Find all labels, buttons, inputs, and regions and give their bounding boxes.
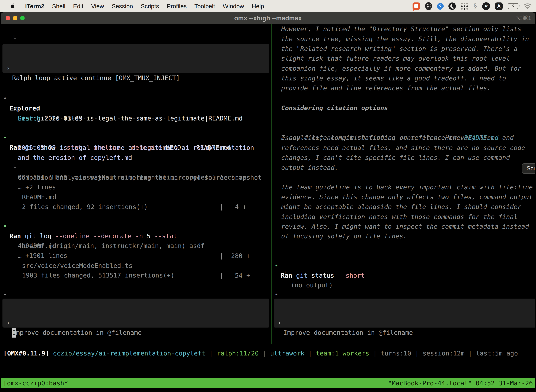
bolt-icon[interactable]: [436, 2, 444, 10]
git-show-output: companion analysis without altering the …: [1, 163, 272, 173]
reasoning-line: However, I noticed the "Directory Struct…: [272, 24, 535, 34]
menu-item-session[interactable]: Session: [112, 3, 133, 10]
chat-icon[interactable]: [412, 2, 420, 10]
explored-item: Search 2026-03-09-is-legal-the-same-as-l…: [1, 104, 272, 113]
terminal-content: └ No agents completed yet › Ralph loop a…: [1, 24, 535, 391]
iterm2-window: omx --xhigh --madmax ⌥⌘1 └ No agents com…: [1, 12, 535, 391]
omx-status-bar: [OMX#0.11.9] cczip/essay/ai-reimplementa…: [3, 348, 535, 358]
window-title: omx --xhigh --madmax: [1, 12, 535, 24]
command-input-box[interactable]: › Improve documentation in @filename: [2, 299, 269, 327]
pane-left[interactable]: └ No agents completed yet › Ralph loop a…: [1, 24, 272, 344]
git-status-command: • Ran git status --short: [272, 251, 535, 261]
pane-divider-bottom-right: [272, 344, 535, 344]
menu-item-iterm2[interactable]: iTerm2: [25, 3, 44, 10]
pane-divider-bottom-left: [1, 344, 272, 344]
menu-status-icons: § ..61 A: [412, 2, 531, 10]
menu-item-shell[interactable]: Shell: [52, 3, 65, 10]
reasoning-line: might be acceptable alongside the file l…: [272, 202, 535, 212]
tmux-session-window: [omx-cczip0:bash*: [3, 379, 68, 387]
git-log-stat-row: src/voice/voiceModeEnabled.ts | 54 +: [1, 251, 272, 261]
pane-divider-vertical[interactable]: [272, 24, 272, 344]
reasoning-line: The team guideline is to back every impo…: [272, 182, 535, 192]
omx-worktree-path: cczip/essay/ai-reimplementation-copyleft: [49, 350, 206, 357]
prompt-arrow: ›: [6, 318, 10, 328]
omx-turns: turns:10: [381, 350, 411, 357]
reasoning-line: provide file and line references from th…: [272, 83, 535, 93]
menu-item-edit[interactable]: Edit: [73, 3, 84, 10]
model-status-line: gpt-5.4 xhigh · main · 91% left · 2.31M …: [1, 333, 272, 343]
git-log-command: • Ran git log --oneline --decorate -n 5 …: [1, 211, 272, 221]
reasoning-line: changes, I can't cite specific file line…: [272, 153, 535, 163]
prompt-arrow: ›: [278, 318, 281, 328]
reasoning-line: of focusing solely on file lines.: [272, 231, 535, 241]
tree-corner-icon: └: [283, 271, 287, 280]
git-show-output: └ 067f154 (HEAD -> essay/ai-reimplementa…: [1, 153, 272, 163]
working-status-line: • Working (11m 13s • esc to interrupt) ·…: [1, 280, 272, 290]
title-bar[interactable]: omx --xhigh --madmax ⌥⌘1: [1, 12, 535, 24]
reasoning-line: including verification notes with those …: [272, 212, 535, 222]
tree-corner-icon: └: [12, 34, 16, 44]
reasoning-line: the "Related research writing" section i…: [272, 44, 535, 54]
omx-session-time: session:12m: [423, 350, 464, 357]
git-log-output: 1903 files changed, 513517 insertions(+): [1, 261, 272, 271]
window-shortcut-badge: ⌥⌘1: [515, 12, 531, 24]
prompt-arrow: ›: [6, 63, 10, 73]
inject-prompt-box[interactable]: › Ralph loop active continue [OMX_TMUX_I…: [2, 44, 269, 73]
model-status-line: gpt-5.4 xhigh · 96% left · 520K in · 5.8…: [272, 333, 535, 343]
git-show-stat-row: README.md | 4 +: [1, 182, 272, 192]
omx-version: [OMX#0.11.9]: [3, 350, 49, 357]
menu-items: iTerm2 Shell Edit View Session Scripts P…: [17, 3, 264, 10]
omx-last-activity: last:5m ago: [476, 350, 518, 357]
inject-text: Ralph loop active continue [OMX_TMUX_INJ…: [12, 73, 180, 83]
reasoning-line: references need actual files, and since …: [272, 143, 535, 153]
reasoning-line: I could cite commit statistics or refere…: [272, 123, 535, 133]
bullet-icon: •: [274, 290, 278, 300]
wifi-icon[interactable]: [524, 3, 531, 9]
reasoning-line: evidence. Since this change only affects…: [272, 192, 535, 202]
screen-overlay-label: Scre: [526, 165, 535, 172]
tmux-status-bar: [omx-cczip0:bash* "MacBook-Pro-44.local"…: [1, 378, 535, 388]
reasoning-line: slight risk that future readers may over…: [272, 54, 535, 63]
desktop: iTerm2 Shell Edit View Session Scripts P…: [0, 0, 536, 392]
explored-header: • Explored: [1, 84, 272, 93]
menu-item-window[interactable]: Window: [223, 3, 244, 10]
battery-charging-icon[interactable]: [508, 3, 518, 9]
menu-item-profiles[interactable]: Profiles: [167, 3, 187, 10]
omx-ralph-counter: ralph:11/20: [217, 350, 259, 357]
omx-team: team:1 workers: [316, 350, 369, 357]
tmux-host-clock: "MacBook-Pro-44.local" 04:52 31-Mar-26: [388, 379, 533, 387]
command-input-box[interactable]: › Improve documentation in @filename: [274, 299, 535, 327]
apple-logo-icon[interactable]: [10, 3, 15, 9]
git-status-output: └ (no output): [272, 261, 535, 271]
dots-grid-icon[interactable]: [461, 3, 468, 10]
badge-61-icon[interactable]: ..61: [482, 2, 490, 10]
reasoning-line: companion file, especially if more comme…: [272, 64, 535, 73]
keyboard-a-icon[interactable]: A: [495, 2, 502, 10]
git-show-output: 2 files changed, 92 insertions(+): [1, 192, 272, 202]
pane-right[interactable]: However, I noticed the "Directory Struct…: [272, 24, 535, 344]
screen-overlay-chip[interactable]: Scre: [522, 163, 535, 174]
bullet-icon: •: [3, 290, 7, 300]
menu-item-view[interactable]: View: [91, 3, 104, 10]
git-log-output: … +1901 lines: [1, 241, 272, 251]
reasoning-line: output instead.: [272, 163, 535, 173]
menu-item-help[interactable]: Help: [252, 3, 264, 10]
git-show-output: … +2 lines: [1, 173, 272, 182]
git-show-command: • Ran git show --stat --oneline --decora…: [1, 123, 272, 133]
git-log-stat-row: README.md | 280 +: [1, 231, 272, 241]
menu-item-toolbelt[interactable]: Toolbelt: [195, 3, 215, 10]
reasoning-line: review. Also, I might want to inspect th…: [272, 222, 535, 232]
menu-bar: iTerm2 Shell Edit View Session Scripts P…: [0, 0, 536, 12]
squiggle-icon[interactable]: §: [474, 2, 477, 10]
reasoning-line: essay file, along with finding root file…: [272, 133, 535, 143]
shield-icon[interactable]: [425, 2, 432, 10]
agents-note-line: └ No agents completed yet: [1, 24, 272, 34]
git-log-output: └ 4b9d30f (origin/main, instructkr/main,…: [1, 221, 272, 231]
menu-item-scripts[interactable]: Scripts: [141, 3, 159, 10]
crescent-icon[interactable]: [448, 2, 456, 10]
waiting-status-line: • Waiting for background terminal (1m 41…: [272, 280, 535, 290]
reasoning-line: the source tree, missing the essay. Stil…: [272, 34, 535, 44]
reasoning-heading: Considering citation options: [272, 103, 535, 113]
git-show-arg-line: 2026-03-09-is-legal-the-same-as-legitima…: [1, 133, 272, 143]
reasoning-line: this single essay, it seems like a good …: [272, 73, 535, 83]
